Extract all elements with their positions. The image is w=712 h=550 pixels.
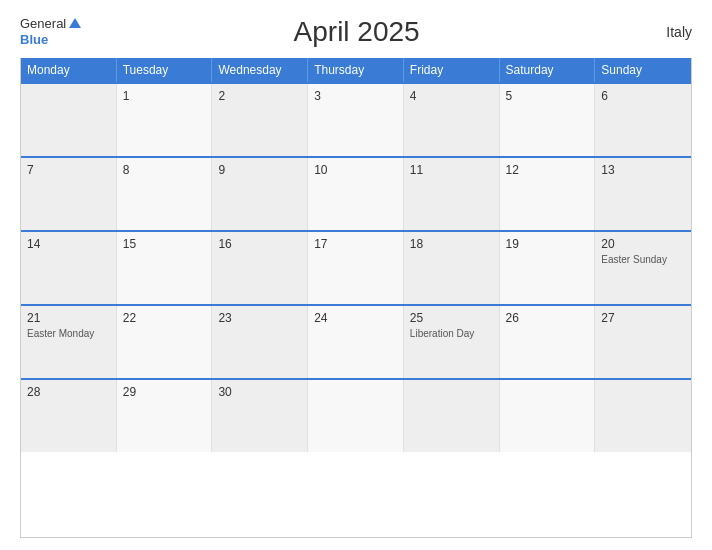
col-monday: Monday xyxy=(21,58,117,82)
calendar-page: General Blue April 2025 Italy Monday Tue… xyxy=(0,0,712,550)
table-row: 16 xyxy=(212,232,308,304)
table-row: 12 xyxy=(500,158,596,230)
col-tuesday: Tuesday xyxy=(117,58,213,82)
table-row: 20 Easter Sunday xyxy=(595,232,691,304)
table-row: 27 xyxy=(595,306,691,378)
col-wednesday: Wednesday xyxy=(212,58,308,82)
page-title: April 2025 xyxy=(81,16,632,48)
table-row xyxy=(21,84,117,156)
table-row: 5 xyxy=(500,84,596,156)
table-row: 26 xyxy=(500,306,596,378)
table-row: 1 xyxy=(117,84,213,156)
table-row: 2 xyxy=(212,84,308,156)
col-sunday: Sunday xyxy=(595,58,691,82)
table-row: 30 xyxy=(212,380,308,452)
week-5: 28 29 30 xyxy=(21,378,691,452)
calendar-header: Monday Tuesday Wednesday Thursday Friday… xyxy=(21,58,691,82)
table-row: 24 xyxy=(308,306,404,378)
col-thursday: Thursday xyxy=(308,58,404,82)
table-row: 10 xyxy=(308,158,404,230)
col-saturday: Saturday xyxy=(500,58,596,82)
page-header: General Blue April 2025 Italy xyxy=(20,16,692,48)
table-row: 8 xyxy=(117,158,213,230)
table-row: 25 Liberation Day xyxy=(404,306,500,378)
table-row xyxy=(404,380,500,452)
calendar-grid: Monday Tuesday Wednesday Thursday Friday… xyxy=(20,58,692,538)
logo-general-text: General xyxy=(20,16,66,32)
table-row: 17 xyxy=(308,232,404,304)
logo: General Blue xyxy=(20,16,81,47)
table-row: 22 xyxy=(117,306,213,378)
country-label: Italy xyxy=(632,24,692,40)
table-row xyxy=(500,380,596,452)
logo-blue-text: Blue xyxy=(20,32,81,48)
week-2: 7 8 9 10 11 12 13 xyxy=(21,156,691,230)
table-row: 28 xyxy=(21,380,117,452)
table-row: 4 xyxy=(404,84,500,156)
table-row: 29 xyxy=(117,380,213,452)
table-row: 7 xyxy=(21,158,117,230)
table-row: 13 xyxy=(595,158,691,230)
col-friday: Friday xyxy=(404,58,500,82)
table-row: 9 xyxy=(212,158,308,230)
week-1: 1 2 3 4 5 6 xyxy=(21,82,691,156)
table-row: 11 xyxy=(404,158,500,230)
week-4: 21 Easter Monday 22 23 24 25 Liberation … xyxy=(21,304,691,378)
table-row: 19 xyxy=(500,232,596,304)
table-row: 3 xyxy=(308,84,404,156)
table-row: 6 xyxy=(595,84,691,156)
week-3: 14 15 16 17 18 19 20 Easter Sunday xyxy=(21,230,691,304)
table-row: 23 xyxy=(212,306,308,378)
table-row: 15 xyxy=(117,232,213,304)
calendar-body: 1 2 3 4 5 6 7 8 9 10 11 12 13 14 15 xyxy=(21,82,691,452)
table-row xyxy=(308,380,404,452)
table-row xyxy=(595,380,691,452)
table-row: 18 xyxy=(404,232,500,304)
table-row: 21 Easter Monday xyxy=(21,306,117,378)
logo-triangle-icon xyxy=(69,18,81,28)
table-row: 14 xyxy=(21,232,117,304)
